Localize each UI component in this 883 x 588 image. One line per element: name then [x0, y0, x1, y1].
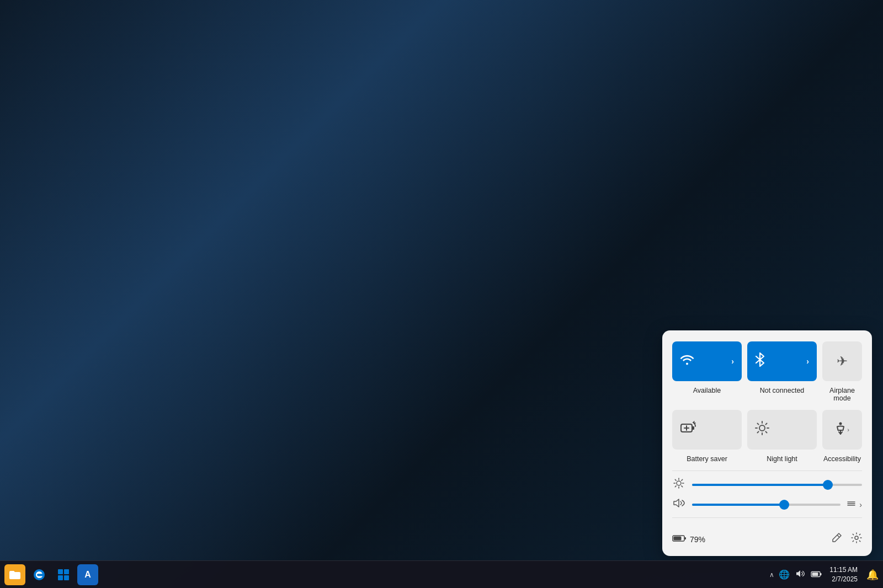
brightness-slider-row	[672, 478, 862, 491]
svg-point-28	[855, 536, 858, 539]
app4-label: A	[84, 570, 91, 580]
svg-point-2	[759, 425, 765, 431]
taskbar-right: ∧ 🌐 11:15 AM 2/7/2025 🔔	[769, 565, 879, 584]
accessibility-icon	[835, 422, 846, 438]
bluetooth-icon	[755, 352, 765, 370]
tile-labels-row1: Available Not connected Airplane mode	[672, 387, 862, 402]
volume-arrow: ›	[859, 500, 862, 509]
svg-rect-31	[64, 569, 69, 574]
svg-line-7	[758, 424, 759, 425]
svg-line-17	[675, 479, 676, 480]
brightness-thumb[interactable]	[823, 480, 833, 490]
night-light-tile[interactable]	[747, 410, 817, 450]
taskbar-left: A	[4, 564, 98, 585]
divider1	[672, 471, 862, 471]
airplane-mode-tile[interactable]: ✈	[822, 341, 862, 381]
battery-saver-icon	[680, 421, 696, 439]
tray-globe[interactable]: 🌐	[778, 568, 791, 581]
battery-saver-label: Battery saver	[672, 455, 742, 463]
svg-rect-1	[692, 426, 694, 430]
accessibility-label: Accessibility	[822, 455, 862, 463]
tray-volume[interactable]	[794, 569, 806, 581]
system-tray: ∧ 🌐	[769, 568, 823, 581]
wifi-icon	[680, 354, 694, 369]
svg-point-29	[34, 569, 45, 580]
taskbar-edge[interactable]	[29, 564, 50, 585]
battery-status-icon	[672, 533, 687, 545]
svg-line-27	[837, 535, 839, 537]
wifi-tile[interactable]: ›	[672, 341, 742, 381]
settings-icon[interactable]	[851, 532, 862, 546]
taskbar: A ∧ 🌐 11:15 AM 2/7	[0, 560, 883, 588]
svg-line-18	[682, 486, 683, 487]
svg-line-10	[765, 424, 767, 425]
taskbar-windows[interactable]	[53, 564, 74, 585]
battery-saver-tile[interactable]	[672, 410, 742, 450]
accessibility-chevron: ›	[847, 426, 849, 433]
wifi-tile-content	[680, 354, 694, 369]
svg-point-11	[839, 422, 842, 425]
svg-line-8	[765, 431, 767, 432]
svg-rect-26	[674, 537, 682, 541]
accessibility-content: ›	[835, 422, 849, 438]
clock-date: 2/7/2025	[832, 575, 858, 584]
volume-slider-row: ›	[672, 498, 862, 511]
volume-icon	[672, 498, 685, 511]
battery-percent: 79%	[690, 535, 705, 544]
taskbar-folder[interactable]	[4, 564, 25, 585]
notification-bell[interactable]: 🔔	[866, 569, 879, 581]
edit-icon[interactable]	[831, 532, 842, 546]
svg-rect-25	[684, 537, 686, 539]
wifi-chevron: ›	[731, 357, 734, 366]
volume-extra-icon	[847, 500, 857, 509]
svg-rect-35	[820, 573, 822, 575]
brightness-icon	[672, 478, 685, 491]
svg-rect-36	[812, 573, 818, 576]
quick-tiles-row1: › › ✈	[672, 341, 862, 381]
volume-extra[interactable]: ›	[847, 500, 862, 509]
night-light-label: Night light	[747, 455, 817, 463]
svg-line-9	[758, 431, 759, 432]
svg-line-19	[675, 486, 676, 487]
accessibility-tile[interactable]: ›	[822, 410, 862, 450]
wifi-label: Available	[672, 387, 742, 402]
quick-settings-panel: › › ✈ Available Not connected Airplane m…	[662, 330, 872, 556]
brightness-track	[692, 484, 862, 486]
panel-bottom: 79%	[672, 527, 862, 546]
svg-rect-33	[64, 575, 69, 580]
svg-line-20	[682, 479, 683, 480]
svg-point-12	[677, 481, 681, 485]
volume-track	[692, 504, 841, 506]
clock-time: 11:15 AM	[829, 565, 858, 575]
tray-chevron[interactable]: ∧	[769, 571, 774, 579]
tray-battery[interactable]	[810, 569, 823, 581]
night-light-content	[755, 421, 769, 439]
taskbar-app4[interactable]: A	[77, 564, 98, 585]
bluetooth-chevron: ›	[806, 357, 809, 366]
divider2	[672, 517, 862, 518]
panel-bottom-icons	[831, 532, 862, 546]
bluetooth-tile-content	[755, 352, 765, 370]
clock[interactable]: 11:15 AM 2/7/2025	[827, 565, 860, 584]
bluetooth-tile[interactable]: ›	[747, 341, 817, 381]
battery-info: 79%	[672, 533, 705, 545]
airplane-label: Airplane mode	[822, 387, 862, 402]
svg-rect-32	[58, 575, 63, 580]
tile-labels-row2: Battery saver Night light Accessibility	[672, 455, 862, 463]
quick-tiles-row2: ›	[672, 410, 862, 450]
svg-rect-30	[58, 569, 63, 574]
battery-saver-content	[680, 421, 696, 439]
night-light-icon	[755, 421, 769, 439]
airplane-icon: ✈	[837, 354, 848, 369]
bluetooth-label: Not connected	[747, 387, 817, 402]
volume-thumb[interactable]	[779, 500, 789, 510]
